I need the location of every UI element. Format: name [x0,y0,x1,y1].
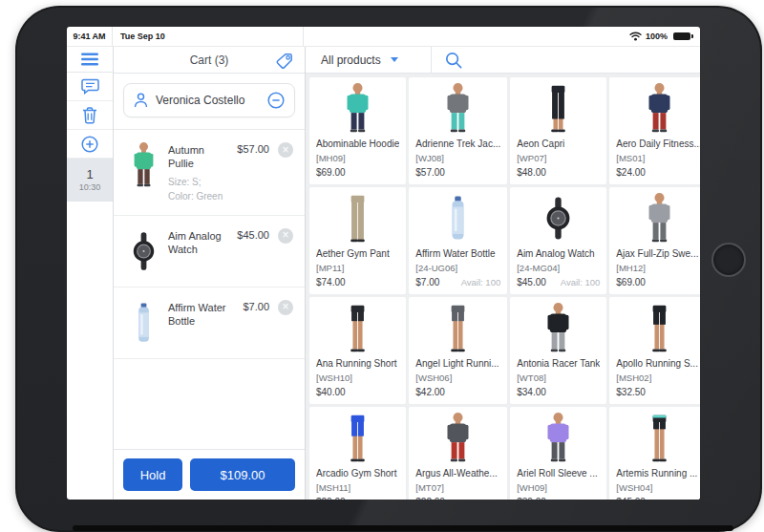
product-image [517,82,600,135]
trash-icon [82,107,97,124]
new-order-button[interactable] [67,130,113,159]
product-card[interactable]: Aim Analog Watch [24-MG04] $45.00 Avail:… [510,187,606,294]
product-card[interactable]: Ariel Roll Sleeve ... [WH09] $39.00 [510,407,606,500]
product-card[interactable]: Antonia Racer Tank [WT08] $34.00 [510,297,606,404]
remove-customer-button[interactable] [267,92,285,109]
remove-item-button[interactable]: × [278,300,293,315]
product-price: $20.00 [316,497,346,500]
tablet-frame: 9:41 AM Tue Sep 10 100% [15,6,762,532]
product-name: Adrienne Trek Jac... [415,138,500,150]
plus-circle-icon [81,136,98,153]
sidebar: 1 10:30 [67,47,114,500]
product-image [316,412,399,464]
product-name: Aeon Capri [517,138,600,150]
cart-item[interactable]: Aim Analog Watch $45.00 × [114,216,305,287]
cart-item-name: Aim Analog Watch [168,229,228,257]
cart-item[interactable]: Autumn Pullie Size: S; Color: Green $57.… [114,130,305,216]
discount-button[interactable] [273,50,296,75]
product-sku: [WJ08] [415,153,500,164]
remove-item-button[interactable]: × [278,142,293,158]
product-card[interactable]: Aether Gym Pant [MP11] $74.00 [309,187,406,294]
product-card[interactable]: Artemis Running ... [WSH04] $45.00 [609,407,700,500]
cart-item[interactable]: Affirm Water Bottle $7.00 × [114,287,305,359]
order-tab-number: 1 [86,167,93,182]
product-sku: [MS01] [616,153,700,164]
cart-header: Cart (3) [114,47,305,74]
battery-percent: 100% [646,32,668,41]
wifi-icon [629,32,642,41]
product-price: $39.00 [517,497,546,500]
product-card[interactable]: Abominable Hoodie [MH09] $69.00 [309,77,406,184]
product-price: $7.00 [415,277,439,287]
product-image [316,82,399,135]
status-time: 9:41 AM [67,27,113,46]
customer-card[interactable]: Veronica Costello [123,83,295,117]
product-card[interactable]: Arcadio Gym Short [MSH11] $20.00 [309,407,406,500]
product-image [415,302,500,354]
product-thumb [127,227,159,275]
product-image [616,82,700,135]
status-indicators: 100% [304,27,700,46]
product-card[interactable]: Argus All-Weathe... [MT07] $22.00 [409,407,507,500]
product-availability: Avail: 100 [461,277,501,287]
product-card[interactable]: Apollo Running S... [MSH02] $32.50 [609,297,700,404]
product-name: Arcadio Gym Short [316,467,399,479]
menu-button[interactable] [67,47,113,73]
product-card[interactable]: Aero Daily Fitness... [MS01] $24.00 [609,77,700,184]
clear-cart-button[interactable] [67,101,113,130]
product-image [316,192,399,245]
product-price: $42.00 [415,387,445,397]
minus-circle-icon [267,92,285,109]
product-price: $45.00 [517,277,546,287]
product-price: $45.00 [616,497,646,500]
product-image [517,192,600,245]
chevron-down-icon [391,57,398,62]
cart-item-list: Autumn Pullie Size: S; Color: Green $57.… [114,130,305,449]
home-button[interactable] [711,243,746,277]
screen: 9:41 AM Tue Sep 10 100% [67,27,700,500]
product-image [616,192,700,245]
checkout-total-button[interactable]: $109.00 [190,458,295,491]
remove-item-button[interactable]: × [278,228,293,244]
cart-panel: Cart (3) Veronica Costel [114,47,306,500]
notes-button[interactable] [67,73,113,101]
battery-icon [673,32,690,40]
category-filter-dropdown[interactable]: All products [306,47,414,73]
product-name: Angel Light Runni... [415,357,500,370]
product-card[interactable]: Ana Running Short [WSH10] $40.00 [309,297,406,404]
customer-name: Veronica Costello [156,94,260,107]
product-card[interactable]: Angel Light Runni... [WSH06] $42.00 [409,297,507,404]
hamburger-icon [81,53,98,66]
product-price: $74.00 [316,277,346,287]
product-price: $40.00 [316,387,346,397]
product-name: Ajax Full-Zip Swe... [616,247,700,260]
product-grid: Abominable Hoodie [MH09] $69.00 Adrienne… [306,74,700,500]
product-sku: [WP07] [517,153,600,164]
product-card[interactable]: Affirm Water Bottle [24-UG06] $7.00 Avai… [409,187,507,294]
product-name: Aim Analog Watch [517,247,600,260]
hold-button[interactable]: Hold [123,458,182,491]
cart-footer: Hold $109.00 [114,449,305,500]
product-price: $24.00 [616,167,646,178]
product-image [415,192,500,245]
product-card[interactable]: Aeon Capri [WP07] $48.00 [510,77,606,184]
product-sku: [MH12] [616,263,700,274]
search-button[interactable] [432,47,476,73]
product-name: Aether Gym Pant [316,247,399,260]
product-image [415,82,500,135]
product-price: $57.00 [415,167,445,178]
product-card[interactable]: Ajax Full-Zip Swe... [MH12] $69.00 [609,187,700,294]
product-price: $69.00 [616,277,646,287]
order-tab-time: 10:30 [79,182,101,192]
order-tab-1[interactable]: 1 10:30 [67,159,113,202]
product-name: Affirm Water Bottle [415,247,500,260]
product-sku: [WT08] [517,372,600,384]
search-icon [445,52,462,69]
product-sku: [WSH04] [616,482,700,494]
product-name: Apollo Running S... [616,357,700,370]
product-image [415,412,500,464]
product-card[interactable]: Adrienne Trek Jac... [WJ08] $57.00 [409,77,507,184]
product-sku: [24-MG04] [517,263,600,274]
products-panel: All products [306,47,700,500]
price-tag-icon [275,52,294,71]
